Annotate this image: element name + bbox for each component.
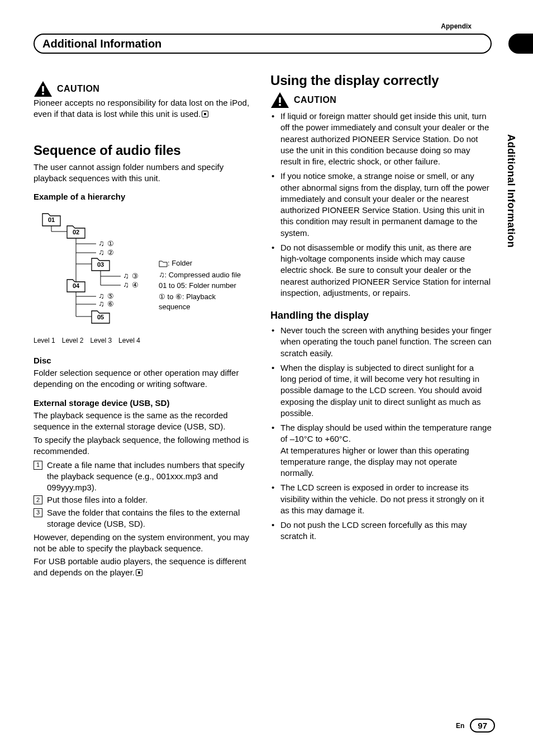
handling-heading: Handling the display bbox=[270, 310, 492, 322]
section-header-title: Additional Information bbox=[42, 37, 161, 50]
seq-1: ① bbox=[107, 239, 114, 248]
right-column: Using the display correctly CAUTION If l… bbox=[270, 73, 492, 578]
handling-item-2: When the display is subjected to direct … bbox=[270, 362, 492, 419]
handling-item-3b: At temperatures higher or lower than thi… bbox=[280, 446, 469, 478]
tree-container: 01 02 ♫ ① bbox=[34, 205, 151, 344]
example-heading: Example of a hierarchy bbox=[34, 192, 255, 201]
section-header-pill: Additional Information bbox=[34, 34, 492, 54]
seq-3: ③ bbox=[132, 272, 139, 280]
music-note-icon: ♫ bbox=[98, 299, 104, 308]
warning-icon bbox=[270, 92, 289, 108]
svg-rect-20 bbox=[279, 104, 280, 106]
level-2-label: Level 2 bbox=[62, 337, 84, 344]
ext-p2: To specify the playback sequence, the fo… bbox=[34, 434, 255, 457]
diagram-legend: : Folder ♫: Compressed audio file 01 to … bbox=[159, 205, 242, 344]
hierarchy-tree-icon: 01 02 ♫ ① bbox=[34, 205, 151, 333]
step-1-num: 1 bbox=[34, 461, 42, 470]
folder-05-label: 05 bbox=[97, 314, 104, 320]
page: Appendix Additional Information Addition… bbox=[0, 0, 533, 756]
level-3-label: Level 3 bbox=[90, 337, 112, 344]
step-2: 2Put those files into a folder. bbox=[34, 494, 255, 505]
ext-p3: However, depending on the system environ… bbox=[34, 532, 255, 555]
svg-rect-1 bbox=[42, 93, 44, 94]
end-of-section-icon bbox=[136, 569, 142, 576]
handling-item-5: Do not push the LCD screen forcefully as… bbox=[270, 519, 492, 542]
step-2-num: 2 bbox=[34, 495, 42, 504]
level-4-label: Level 4 bbox=[118, 337, 140, 344]
caution-row: CAUTION bbox=[34, 81, 255, 97]
page-footer: En 97 bbox=[456, 719, 495, 733]
end-of-section-icon bbox=[202, 111, 208, 117]
page-number-pill: 97 bbox=[470, 719, 495, 733]
handling-item-4: The LCD screen is exposed in order to in… bbox=[270, 482, 492, 516]
caution-label-right: CAUTION bbox=[294, 95, 336, 105]
external-heading: External storage device (USB, SD) bbox=[34, 398, 255, 408]
side-index-tab: Additional Information bbox=[499, 134, 522, 291]
ext-p1: The playback sequence is the same as the… bbox=[34, 410, 255, 433]
caution-item-2: If you notice smoke, a strange noise or … bbox=[270, 171, 492, 239]
handling-item-1: Never touch the screen with anything bes… bbox=[270, 325, 492, 359]
folder-01-label: 01 bbox=[48, 216, 55, 223]
svg-rect-19 bbox=[279, 97, 280, 103]
handling-item-3: The display should be used within the te… bbox=[270, 422, 492, 479]
legend-folder: : Folder bbox=[168, 259, 192, 267]
music-note-icon: ♫ bbox=[98, 248, 104, 257]
using-display-heading: Using the display correctly bbox=[270, 73, 492, 88]
legend-audio: : Compressed audio file bbox=[165, 271, 241, 279]
legend-playback-seq: ① to ⑥: Playback sequence bbox=[159, 292, 242, 311]
step-2-text: Put those files into a folder. bbox=[47, 494, 147, 505]
header-black-tab bbox=[508, 34, 533, 54]
footer-lang: En bbox=[456, 722, 464, 730]
caution-list: If liquid or foreign matter should get i… bbox=[270, 111, 492, 299]
level-1-label: Level 1 bbox=[34, 337, 55, 344]
caution-item-1: If liquid or foreign matter should get i… bbox=[270, 111, 492, 167]
warning-icon bbox=[34, 81, 53, 97]
level-labels: Level 1 Level 2 Level 3 Level 4 bbox=[34, 337, 151, 344]
sequence-heading: Sequence of audio files bbox=[34, 143, 255, 158]
caution-label: CAUTION bbox=[57, 84, 99, 94]
seq-6: ⑥ bbox=[107, 300, 114, 308]
music-note-icon: ♫ bbox=[123, 280, 129, 289]
hierarchy-diagram: 01 02 ♫ ① bbox=[34, 205, 255, 344]
folder-03-label: 03 bbox=[97, 261, 104, 268]
ext-p4-row: For USB portable audio players, the sequ… bbox=[34, 556, 255, 579]
appendix-label: Appendix bbox=[441, 22, 472, 30]
caution-text: Pioneer accepts no responsibility for da… bbox=[34, 98, 249, 119]
step-3-num: 3 bbox=[34, 508, 42, 517]
content-columns: CAUTION Pioneer accepts no responsibilit… bbox=[34, 73, 492, 578]
legend-folder-range: 01 to 05: Folder number bbox=[159, 281, 242, 291]
sequence-intro: The user cannot assign folder numbers an… bbox=[34, 162, 255, 185]
svg-rect-0 bbox=[42, 86, 44, 92]
step-1: 1Create a file name that includes number… bbox=[34, 460, 255, 494]
steps-list: 1Create a file name that includes number… bbox=[34, 460, 255, 530]
music-note-icon: ♫ bbox=[123, 271, 129, 280]
seq-5: ⑤ bbox=[107, 292, 114, 300]
disc-body: Folder selection sequence or other opera… bbox=[34, 367, 255, 390]
left-column: CAUTION Pioneer accepts no responsibilit… bbox=[34, 73, 255, 578]
caution-body: Pioneer accepts no responsibility for da… bbox=[34, 97, 255, 120]
step-3-text: Save the folder that contains the files … bbox=[47, 507, 255, 530]
seq-2: ② bbox=[107, 248, 114, 257]
caution-item-3: Do not disassemble or modify this unit, … bbox=[270, 242, 492, 299]
side-index-text: Additional Information bbox=[505, 134, 517, 248]
step-3: 3Save the folder that contains the files… bbox=[34, 507, 255, 530]
folder-02-label: 02 bbox=[73, 229, 79, 235]
handling-list: Never touch the screen with anything bes… bbox=[270, 325, 492, 542]
seq-4: ④ bbox=[132, 281, 139, 289]
disc-heading: Disc bbox=[34, 356, 255, 365]
folder-icon bbox=[159, 259, 168, 267]
step-1-text: Create a file name that includes numbers… bbox=[47, 460, 255, 494]
folder-04-label: 04 bbox=[73, 282, 80, 289]
music-note-icon: ♫ bbox=[98, 239, 104, 248]
music-note-icon: ♫ bbox=[159, 270, 165, 279]
handling-item-3a: The display should be used within the te… bbox=[280, 423, 492, 443]
caution-row-right: CAUTION bbox=[270, 92, 492, 108]
